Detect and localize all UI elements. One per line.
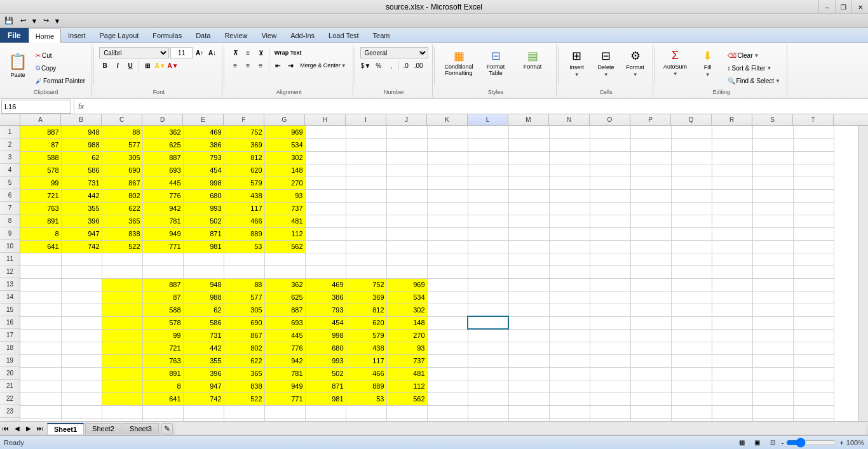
cell[interactable] xyxy=(671,240,712,253)
sheet-next-btn[interactable]: ▶ xyxy=(23,423,34,434)
cell[interactable] xyxy=(20,342,61,354)
cell[interactable]: 586 xyxy=(183,316,224,329)
col-header-C[interactable]: C xyxy=(102,114,142,125)
cell[interactable] xyxy=(549,405,590,418)
italic-button[interactable]: I xyxy=(112,60,123,71)
cell[interactable]: 438 xyxy=(346,342,386,354)
cell[interactable]: 355 xyxy=(61,202,102,215)
cell[interactable] xyxy=(671,367,712,380)
cell[interactable] xyxy=(712,291,752,304)
cell[interactable]: 693 xyxy=(142,164,183,177)
cell[interactable] xyxy=(224,405,264,418)
currency-btn[interactable]: $▼ xyxy=(360,60,372,71)
font-size-input[interactable] xyxy=(170,47,193,58)
cell[interactable]: 442 xyxy=(183,342,224,354)
percent-btn[interactable]: % xyxy=(373,60,384,71)
cell[interactable]: 812 xyxy=(346,304,386,316)
cell[interactable]: 641 xyxy=(20,240,61,253)
cell[interactable] xyxy=(752,253,793,265)
cell[interactable]: 625 xyxy=(142,138,183,151)
row-header-23[interactable]: 23 xyxy=(0,405,20,418)
cell[interactable]: 362 xyxy=(264,278,305,291)
cell[interactable]: 737 xyxy=(386,354,427,367)
cell[interactable]: 690 xyxy=(102,164,142,177)
cell[interactable] xyxy=(793,291,834,304)
cell[interactable] xyxy=(671,227,712,240)
cell[interactable] xyxy=(468,126,508,138)
cell[interactable] xyxy=(427,342,468,354)
cell[interactable] xyxy=(264,405,305,418)
cell[interactable] xyxy=(630,316,671,329)
cell[interactable]: 8 xyxy=(20,227,61,240)
cell[interactable] xyxy=(549,215,590,227)
font-increase-btn[interactable]: A↑ xyxy=(194,47,205,58)
row-header-14[interactable]: 14 xyxy=(0,291,20,304)
cell[interactable] xyxy=(549,367,590,380)
cell[interactable] xyxy=(630,380,671,392)
cell[interactable]: 690 xyxy=(224,316,264,329)
cell[interactable] xyxy=(20,418,61,421)
cell[interactable] xyxy=(102,342,142,354)
tab-view[interactable]: View xyxy=(254,28,283,43)
qat-save[interactable]: 💾 xyxy=(3,15,15,27)
cell[interactable] xyxy=(102,418,142,421)
row-header-24[interactable]: 24 xyxy=(0,418,20,421)
cell[interactable] xyxy=(61,278,102,291)
cell[interactable]: 305 xyxy=(224,304,264,316)
cell[interactable] xyxy=(712,177,752,189)
indent-decrease-btn[interactable]: ⇤ xyxy=(272,60,283,71)
cell[interactable] xyxy=(427,227,468,240)
cell[interactable] xyxy=(752,418,793,421)
cell[interactable]: 781 xyxy=(264,367,305,380)
row-header-15[interactable]: 15 xyxy=(0,304,20,316)
cell[interactable] xyxy=(630,342,671,354)
cell[interactable]: 99 xyxy=(142,329,183,342)
cell[interactable] xyxy=(549,138,590,151)
tab-addins[interactable]: Add-Ins xyxy=(283,28,322,43)
cell[interactable] xyxy=(752,329,793,342)
cell[interactable] xyxy=(305,164,346,177)
cell[interactable] xyxy=(305,253,346,265)
cell[interactable] xyxy=(712,240,752,253)
cell[interactable]: 454 xyxy=(183,164,224,177)
cell[interactable] xyxy=(752,138,793,151)
cell[interactable] xyxy=(508,316,549,329)
cell[interactable] xyxy=(468,278,508,291)
cell[interactable] xyxy=(712,380,752,392)
qat-redo[interactable]: ↪ xyxy=(39,15,52,27)
cell[interactable]: 993 xyxy=(305,354,346,367)
cell[interactable] xyxy=(427,367,468,380)
cell[interactable] xyxy=(590,304,630,316)
cell[interactable]: 87 xyxy=(142,291,183,304)
cell[interactable] xyxy=(386,253,427,265)
cell[interactable] xyxy=(630,329,671,342)
cell[interactable] xyxy=(630,189,671,202)
cell[interactable] xyxy=(386,138,427,151)
cell[interactable] xyxy=(508,164,549,177)
col-header-G[interactable]: G xyxy=(264,114,305,125)
cell[interactable] xyxy=(630,291,671,304)
cell[interactable]: 763 xyxy=(142,354,183,367)
cell[interactable]: 305 xyxy=(102,151,142,164)
cell[interactable] xyxy=(549,329,590,342)
cell[interactable] xyxy=(20,367,61,380)
cell[interactable] xyxy=(142,265,183,278)
cell[interactable] xyxy=(752,240,793,253)
cell[interactable]: 87 xyxy=(20,138,61,151)
comma-btn[interactable]: , xyxy=(386,60,397,71)
cell[interactable] xyxy=(468,329,508,342)
cell[interactable] xyxy=(793,202,834,215)
cell[interactable]: 781 xyxy=(142,215,183,227)
cell[interactable] xyxy=(549,240,590,253)
cell[interactable] xyxy=(142,253,183,265)
cell[interactable] xyxy=(671,380,712,392)
cell[interactable] xyxy=(61,329,102,342)
cell[interactable] xyxy=(61,354,102,367)
cell[interactable]: 62 xyxy=(61,151,102,164)
cell[interactable]: 148 xyxy=(386,316,427,329)
row-header-22[interactable]: 22 xyxy=(0,392,20,405)
cell[interactable] xyxy=(752,151,793,164)
cell[interactable] xyxy=(793,227,834,240)
cell[interactable] xyxy=(590,164,630,177)
cell[interactable] xyxy=(468,405,508,418)
